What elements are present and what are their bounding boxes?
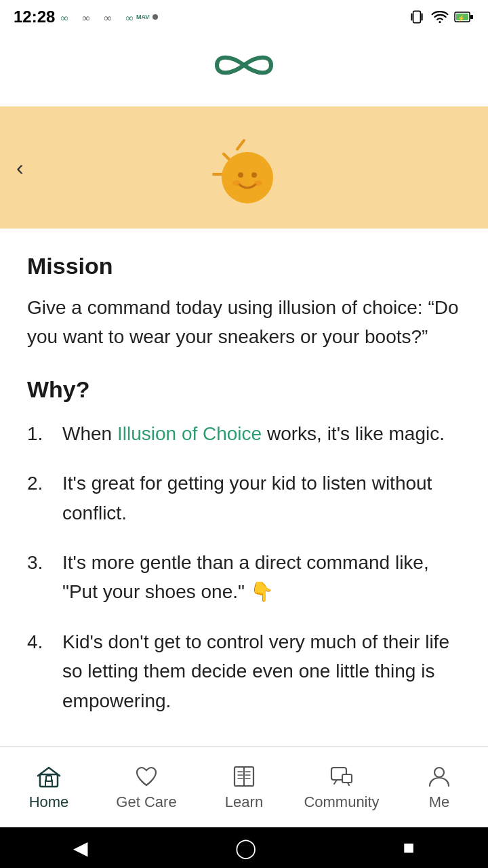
back-button[interactable]: ‹ (16, 155, 24, 180)
svg-point-18 (251, 172, 257, 178)
maven-icon-1: ∞ (60, 9, 79, 24)
vibrate-icon (408, 8, 426, 26)
android-back[interactable]: ◀ (73, 837, 88, 859)
nav-item-get-care[interactable]: Get Care (98, 764, 195, 811)
svg-text:∞: ∞ (125, 12, 133, 24)
svg-rect-6 (411, 14, 412, 21)
svg-point-8 (439, 21, 441, 23)
svg-text:∞: ∞ (104, 12, 111, 24)
list-item: 1. When Illusion of Choice works, it's l… (27, 419, 461, 448)
maven-icon-2: ∞ (82, 9, 101, 24)
nav-label-get-care: Get Care (116, 793, 176, 811)
banner: ‹ (0, 106, 488, 229)
status-right-icons: ⚡ (408, 8, 474, 26)
list-text: When Illusion of Choice works, it's like… (62, 419, 445, 448)
mission-body: Give a command today using illusion of c… (27, 293, 461, 352)
nav-label-learn: Learn (225, 793, 263, 811)
svg-rect-5 (413, 11, 421, 22)
status-time: 12:28 (14, 7, 55, 26)
nav-label-me: Me (429, 793, 450, 811)
svg-point-19 (232, 180, 241, 186)
home-icon (36, 764, 62, 789)
nav-item-learn[interactable]: Learn (195, 764, 293, 811)
app-logo (203, 45, 285, 93)
svg-point-16 (222, 152, 273, 203)
sun-character (207, 137, 281, 212)
svg-point-17 (238, 172, 243, 178)
list-text: It's great for getting your kid to liste… (62, 469, 461, 528)
svg-point-34 (434, 768, 444, 777)
android-home[interactable]: ◯ (235, 837, 256, 859)
battery-icon: ⚡ (454, 8, 474, 26)
wifi-icon (431, 8, 449, 26)
community-icon (329, 764, 354, 789)
person-icon (426, 764, 452, 789)
list-num: 1. (27, 419, 52, 448)
dot-separator (152, 14, 158, 20)
list-num: 2. (27, 469, 52, 528)
list-num: 4. (27, 627, 52, 715)
heart-icon (134, 764, 159, 789)
nav-label-community: Community (304, 793, 379, 811)
bottom-nav: Home Get Care Learn Community (0, 746, 488, 827)
app-header (0, 34, 488, 106)
main-content: Mission Give a command today using illus… (0, 229, 488, 756)
nav-label-home: Home (29, 793, 69, 811)
svg-text:∞: ∞ (60, 12, 68, 24)
svg-rect-33 (342, 774, 352, 783)
list-item: 2. It's great for getting your kid to li… (27, 469, 461, 528)
svg-text:⚡: ⚡ (458, 14, 466, 22)
list-item: 3. It's more gentle than a direct comman… (27, 548, 461, 607)
why-list: 1. When Illusion of Choice works, it's l… (27, 419, 461, 715)
list-text: Kid's don't get to control very much of … (62, 627, 461, 715)
list-text: It's more gentle than a direct command l… (62, 548, 461, 607)
svg-rect-23 (46, 776, 52, 781)
nav-item-home[interactable]: Home (0, 764, 98, 811)
illusion-link[interactable]: Illusion of Choice (117, 423, 262, 444)
status-bar: 12:28 ∞ ∞ ∞ ∞ MAVEN (0, 0, 488, 34)
android-nav: ◀ ◯ ■ (0, 827, 488, 868)
svg-rect-7 (422, 14, 423, 21)
svg-text:∞: ∞ (82, 12, 89, 24)
android-recent[interactable]: ■ (403, 837, 415, 859)
maven-icon-3: ∞ (104, 9, 123, 24)
svg-point-20 (254, 180, 262, 186)
nav-item-me[interactable]: Me (390, 764, 488, 811)
svg-text:MAVEN: MAVEN (136, 14, 150, 20)
why-title: Why? (27, 376, 461, 403)
book-icon (231, 764, 257, 789)
svg-rect-10 (470, 15, 473, 19)
list-item: 4. Kid's don't get to control very much … (27, 627, 461, 715)
mission-title: Mission (27, 253, 461, 279)
svg-line-13 (237, 140, 244, 149)
list-num: 3. (27, 548, 52, 607)
maven-icon-4: ∞ MAVEN (125, 9, 150, 24)
nav-item-community[interactable]: Community (293, 764, 390, 811)
